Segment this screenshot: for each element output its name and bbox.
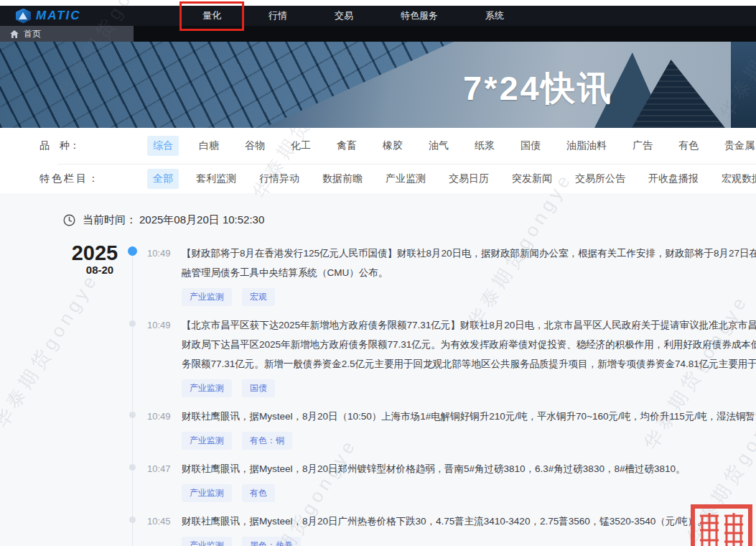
filter-chip-有色[interactable]: 有色 (673, 136, 704, 156)
tab-bar: 首页 (0, 26, 756, 42)
filter-chip-纸浆[interactable]: 纸浆 (469, 136, 500, 156)
nav-menu: 量化行情交易特色服务系统 (200, 6, 507, 26)
news-time: 10:49 (147, 407, 182, 450)
filter-chip-谷物[interactable]: 谷物 (239, 136, 271, 156)
red-seal-watermark (691, 504, 752, 546)
filter-chip-行情异动[interactable]: 行情异动 (253, 169, 305, 189)
filter-chip-交易所公告[interactable]: 交易所公告 (569, 169, 631, 189)
page-root: MATIC 量化行情交易特色服务系统 首页 7*24快讯 品 种： 综合白糖谷物… (0, 0, 756, 546)
timeline-dot (129, 517, 136, 523)
filter-row-variety: 品 种： 综合白糖谷物化工禽畜橡胶油气纸浆国债油脂油料广告有色贵金属 (0, 128, 756, 164)
news-text-line: 财政局下达昌平区2025年新增地方政府债务限额77.31亿元。为有效发挥政府举债… (182, 335, 756, 354)
timeline-dot (129, 320, 136, 327)
filter-label-variety: 品 种： (39, 139, 147, 152)
news-time: 10:49 (147, 244, 182, 306)
news-content: 【北京市昌平区获下达2025年新增地方政府债务限额77.31亿元】财联社8月20… (182, 315, 756, 397)
filter-chip-数据前瞻[interactable]: 数据前瞻 (317, 169, 368, 189)
news-tag-宏观[interactable]: 宏观 (242, 288, 275, 306)
filter-chip-橡胶[interactable]: 橡胶 (377, 136, 409, 156)
news-tag-row: 产业监测国债 (182, 379, 756, 397)
filter-panel: 品 种： 综合白糖谷物化工禽畜橡胶油气纸浆国债油脂油料广告有色贵金属 特色栏目：… (0, 128, 756, 193)
nav-item-行情[interactable]: 行情 (266, 8, 290, 24)
filter-chip-交易日历[interactable]: 交易日历 (443, 169, 495, 189)
news-item: 10:49财联社鹰眼讯，据Mysteel，8月20日（10:50）上海市场1#电… (147, 407, 756, 459)
news-item: 10:47财联社鹰眼讯，据Mysteel，8月20日郑州镀锌型材价格趋弱，晋南5… (147, 459, 756, 512)
filter-chip-化工[interactable]: 化工 (285, 136, 317, 156)
home-icon (10, 30, 19, 38)
filter-chip-油气[interactable]: 油气 (423, 136, 454, 156)
news-text-line: 财联社鹰眼讯，据Mysteel，8月20日郑州镀锌型材价格趋弱，晋南5#角过磅3… (182, 459, 756, 478)
filter-chip-广告[interactable]: 广告 (627, 136, 658, 156)
news-tag-国债[interactable]: 国债 (242, 379, 275, 397)
news-content: 财联社鹰眼讯，据Mysteel，8月20日（10:50）上海市场1#电解铜好铜升… (182, 407, 756, 450)
nav-item-交易[interactable]: 交易 (332, 8, 356, 24)
news-text-line: 财联社鹰眼讯，据Mysteel，8月20日广州热卷价格下跌30，4.75普主流3… (182, 512, 756, 531)
timeline-date: 2025 08-20 (70, 242, 119, 276)
news-content: 【财政部将于8月在香港发行125亿元人民币国债】财联社8月20日电，据财政部新闻… (182, 244, 756, 306)
filter-label-special-column: 特色栏目： (39, 172, 147, 185)
timeline-line (132, 251, 133, 546)
filter-chip-产业监测[interactable]: 产业监测 (380, 169, 431, 189)
clock-icon (63, 214, 75, 226)
news-text-line: 务限额77.31亿元。新增一般债券资金2.5亿元主要用于回龙观北部等地区公共服务… (182, 354, 756, 374)
filter-chip-突发新闻[interactable]: 突发新闻 (506, 169, 558, 189)
news-tag-有色：铜[interactable]: 有色：铜 (242, 432, 292, 450)
tab-home[interactable]: 首页 (0, 26, 134, 42)
tab-home-label: 首页 (24, 28, 41, 40)
filter-chip-综合[interactable]: 综合 (147, 136, 179, 156)
news-tag-row: 产业监测黑色：热卷 (182, 537, 756, 546)
filter-row-special-column: 特色栏目： 全部套利监测行情异动数据前瞻产业监测交易日历突发新闻交易所公告开收盘… (0, 165, 756, 193)
news-time: 10:45 (147, 512, 182, 546)
current-time-label: 当前时间： (83, 213, 136, 227)
hero-banner: 7*24快讯 (0, 42, 756, 128)
nav-item-量化[interactable]: 量化 (200, 8, 224, 24)
nav-item-特色服务[interactable]: 特色服务 (398, 8, 441, 24)
timeline-dot (129, 412, 136, 418)
banner-title: 7*24快讯 (463, 66, 613, 111)
timeline-date-day: 08-20 (80, 264, 119, 276)
news-timeline: 2025 08-20 10:49【财政部将于8月在香港发行125亿元人民币国债】… (0, 244, 756, 546)
filter-chip-国债[interactable]: 国债 (515, 136, 546, 156)
special-column-chip-list: 全部套利监测行情异动数据前瞻产业监测交易日历突发新闻交易所公告开收盘播报宏观数据 (147, 169, 756, 189)
filter-chip-油脂油料[interactable]: 油脂油料 (561, 136, 612, 156)
app-logo[interactable]: MATIC (16, 9, 81, 24)
news-tag-产业监测[interactable]: 产业监测 (182, 537, 232, 546)
timeline-date-year: 2025 (70, 242, 119, 264)
top-strip (0, 0, 756, 6)
nav-item-系统[interactable]: 系统 (482, 8, 507, 24)
news-text-line: 【财政部将于8月在香港发行125亿元人民币国债】财联社8月20日电，据财政部新闻… (182, 244, 756, 263)
timeline-dot (129, 464, 136, 471)
news-text-line: 融管理局债务工具中央结算系统（CMU）公布。 (182, 263, 756, 282)
banner-tower-silhouette (731, 42, 756, 128)
filter-chip-禽畜[interactable]: 禽畜 (331, 136, 363, 156)
news-tag-产业监测[interactable]: 产业监测 (182, 432, 232, 450)
news-tag-有色[interactable]: 有色 (242, 484, 275, 502)
news-time: 10:49 (147, 315, 182, 397)
news-tag-row: 产业监测有色 (182, 484, 756, 502)
news-feed-area: 当前时间：2025年08月20日 10:52:30 2025 08-20 10:… (0, 193, 756, 546)
news-tag-row: 产业监测有色：铜 (182, 432, 756, 450)
news-tag-产业监测[interactable]: 产业监测 (182, 288, 232, 306)
news-list: 10:49【财政部将于8月在香港发行125亿元人民币国债】财联社8月20日电，据… (0, 244, 756, 546)
banner-building-image (0, 42, 454, 128)
news-tag-产业监测[interactable]: 产业监测 (182, 379, 232, 397)
navbar: MATIC 量化行情交易特色服务系统 (0, 6, 756, 26)
filter-chip-开收盘播报[interactable]: 开收盘播报 (643, 169, 704, 189)
news-item: 10:45财联社鹰眼讯，据Mysteel，8月20日广州热卷价格下跌30，4.7… (147, 512, 756, 546)
timeline-dot (128, 246, 137, 256)
news-text-line: 【北京市昌平区获下达2025年新增地方政府债务限额77.31亿元】财联社8月20… (182, 315, 756, 335)
news-content: 财联社鹰眼讯，据Mysteel，8月20日广州热卷价格下跌30，4.75普主流3… (182, 512, 756, 546)
news-tag-黑色：热卷[interactable]: 黑色：热卷 (242, 537, 301, 546)
news-time: 10:47 (147, 459, 182, 502)
news-tag-产业监测[interactable]: 产业监测 (182, 484, 232, 502)
filter-chip-白糖[interactable]: 白糖 (193, 136, 225, 156)
news-item: 10:49【北京市昌平区获下达2025年新增地方政府债务限额77.31亿元】财联… (147, 315, 756, 407)
filter-chip-贵金属[interactable]: 贵金属 (719, 136, 756, 156)
news-content: 财联社鹰眼讯，据Mysteel，8月20日郑州镀锌型材价格趋弱，晋南5#角过磅3… (182, 459, 756, 502)
variety-chip-list: 综合白糖谷物化工禽畜橡胶油气纸浆国债油脂油料广告有色贵金属 (147, 136, 756, 156)
filter-chip-宏观数据[interactable]: 宏观数据 (716, 169, 756, 189)
filter-chip-全部[interactable]: 全部 (147, 169, 179, 189)
logo-mark-icon (16, 9, 31, 24)
news-item: 10:49【财政部将于8月在香港发行125亿元人民币国债】财联社8月20日电，据… (147, 244, 756, 315)
filter-chip-套利监测[interactable]: 套利监测 (190, 169, 242, 189)
